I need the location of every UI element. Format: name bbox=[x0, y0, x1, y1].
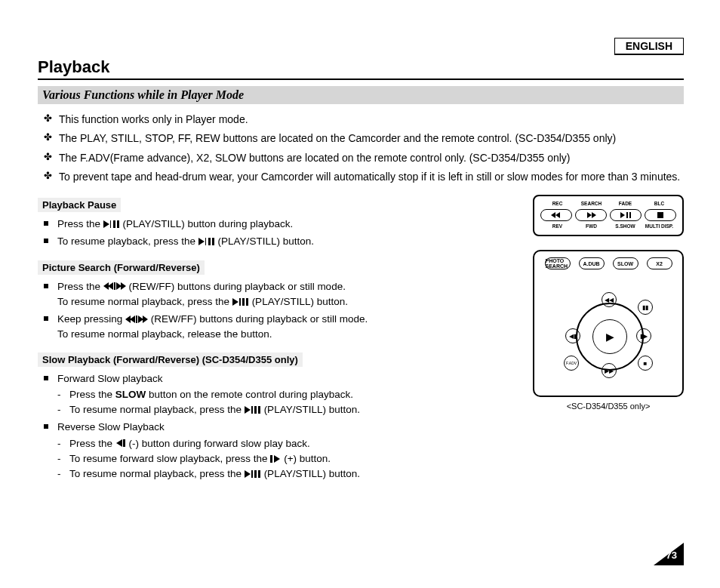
text: button on the remote control during play… bbox=[146, 389, 353, 400]
ff-button-icon bbox=[575, 209, 607, 221]
svg-rect-42 bbox=[629, 212, 631, 218]
svg-marker-0 bbox=[103, 220, 109, 228]
svg-rect-17 bbox=[242, 298, 245, 306]
text: (+) button. bbox=[284, 453, 331, 464]
remote-btn: SLOW bbox=[613, 257, 638, 269]
page-title: Playback bbox=[38, 57, 684, 77]
svg-marker-23 bbox=[143, 316, 148, 323]
remote-control: PHOTO SEARCH A.DUB SLOW X2 ▶ ◀▮ ▮▶ ◀◀ ▶▶… bbox=[533, 250, 684, 397]
svg-marker-22 bbox=[138, 316, 143, 323]
svg-rect-3 bbox=[113, 220, 115, 228]
remote-btn: A.DUB bbox=[579, 257, 605, 269]
svg-rect-12 bbox=[114, 282, 115, 290]
list-item: Keep pressing (REW/FF) buttons during pl… bbox=[38, 312, 512, 342]
rew-ff-icon bbox=[103, 279, 126, 294]
stop-button-icon bbox=[645, 209, 676, 221]
text: Keep pressing bbox=[57, 313, 125, 325]
slow-playback-heading: Slow Playback (Forward/Reverse) (SC-D354… bbox=[38, 352, 303, 367]
svg-rect-33 bbox=[251, 470, 253, 478]
list-item: Forward Slow playback Press the SLOW but… bbox=[38, 371, 512, 417]
svg-marker-39 bbox=[592, 212, 596, 218]
rew-icon: ◀◀ bbox=[602, 292, 617, 307]
svg-rect-2 bbox=[111, 220, 113, 228]
text: (-) button during forward slow play back… bbox=[129, 438, 310, 449]
text: Press the bbox=[69, 438, 115, 449]
panel-label: REV bbox=[540, 223, 574, 229]
play-pause-icon bbox=[245, 403, 261, 418]
svg-rect-34 bbox=[254, 470, 257, 478]
svg-marker-31 bbox=[274, 455, 280, 463]
panel-label: SEARCH bbox=[574, 201, 608, 206]
text: (PLAY/STILL) button. bbox=[252, 296, 348, 307]
text: Press the bbox=[57, 218, 103, 229]
text: (REW/FF) buttons during playback or stil… bbox=[129, 281, 346, 292]
pause-icon: ▮▮ bbox=[638, 300, 653, 315]
play-pause-icon bbox=[245, 467, 261, 482]
svg-marker-37 bbox=[555, 212, 560, 218]
sub-item: To resume forward slow playback, press t… bbox=[57, 451, 512, 466]
panel-label: REC bbox=[540, 201, 574, 206]
svg-rect-7 bbox=[206, 238, 208, 245]
panel-label: FADE bbox=[608, 201, 642, 206]
text: Press the bbox=[57, 281, 103, 292]
intro-item: This function works only in Player mode. bbox=[38, 112, 684, 127]
page-number: 73 bbox=[654, 543, 684, 565]
dpad: ▶ ◀▮ ▮▶ ◀◀ ▶▶ ▮▮ ■ F.ADV bbox=[567, 294, 650, 377]
frame-rev-icon: ◀▮ bbox=[565, 328, 580, 343]
picture-search-heading: Picture Search (Forward/Reverse) bbox=[38, 260, 205, 275]
text: Forward Slow playback bbox=[57, 373, 163, 384]
intro-item: The F.ADV(Frame advance), X2, SLOW butto… bbox=[38, 150, 684, 165]
svg-marker-36 bbox=[551, 212, 555, 218]
fadv-icon: F.ADV bbox=[564, 356, 579, 371]
playback-pause-list: Press the (PLAY/STILL) button during pla… bbox=[38, 217, 512, 249]
rew-button-icon bbox=[540, 209, 572, 221]
svg-rect-16 bbox=[239, 298, 241, 306]
text: To resume normal playback, press the bbox=[69, 468, 245, 479]
svg-rect-35 bbox=[258, 470, 260, 478]
svg-marker-32 bbox=[245, 470, 251, 478]
play-pause-icon bbox=[232, 295, 249, 310]
text: To resume forward slow playback, press t… bbox=[69, 453, 270, 464]
svg-rect-26 bbox=[254, 406, 257, 414]
stop-icon: ■ bbox=[638, 356, 653, 371]
list-item: Press the (PLAY/STILL) button during pla… bbox=[38, 217, 512, 232]
svg-rect-30 bbox=[270, 455, 272, 463]
page-number-text: 73 bbox=[666, 550, 677, 561]
panel-label: BLC bbox=[642, 201, 676, 206]
text: (PLAY/STILL) button. bbox=[264, 468, 360, 479]
panel-label: MULTI DISP. bbox=[642, 223, 676, 229]
language-badge: ENGLISH bbox=[614, 38, 684, 55]
svg-rect-18 bbox=[246, 298, 248, 306]
rew-ff-icon bbox=[125, 312, 148, 328]
svg-rect-4 bbox=[117, 220, 119, 228]
panel-label: FWD bbox=[574, 223, 608, 229]
svg-marker-28 bbox=[116, 439, 122, 447]
svg-marker-13 bbox=[116, 282, 122, 290]
section-heading: Various Functions while in Player Mode bbox=[38, 86, 684, 104]
svg-marker-24 bbox=[245, 406, 251, 414]
svg-marker-14 bbox=[121, 282, 126, 290]
remote-caption: <SC-D354/D355 only> bbox=[533, 402, 684, 411]
text: To resume normal playback, press the bbox=[69, 404, 245, 415]
svg-marker-40 bbox=[620, 212, 625, 218]
intro-list: This function works only in Player mode.… bbox=[38, 112, 684, 184]
svg-rect-25 bbox=[251, 406, 253, 414]
text: (REW/FF) buttons during playback or stil… bbox=[151, 313, 368, 325]
slow-bold: SLOW bbox=[115, 389, 146, 400]
svg-marker-38 bbox=[587, 212, 592, 218]
svg-marker-20 bbox=[130, 316, 135, 323]
list-item: To resume playback, press the (PLAY/STIL… bbox=[38, 234, 512, 249]
frame-fwd-icon: ▮▶ bbox=[636, 328, 651, 343]
text: (PLAY/STILL) button during playback. bbox=[123, 218, 294, 229]
play-still-button-icon bbox=[610, 209, 642, 221]
play-icon: ▶ bbox=[592, 319, 627, 354]
svg-rect-29 bbox=[123, 439, 125, 447]
text: (PLAY/STILL) button. bbox=[218, 236, 314, 247]
svg-marker-19 bbox=[125, 316, 131, 323]
sub-item: Press the SLOW button on the remote cont… bbox=[57, 387, 512, 402]
playback-pause-heading: Playback Pause bbox=[38, 198, 121, 212]
ff-icon: ▶▶ bbox=[602, 363, 617, 378]
picture-search-list: Press the (REW/FF) buttons during playba… bbox=[38, 279, 512, 342]
text: (PLAY/STILL) button. bbox=[264, 404, 360, 415]
svg-marker-10 bbox=[103, 282, 109, 290]
